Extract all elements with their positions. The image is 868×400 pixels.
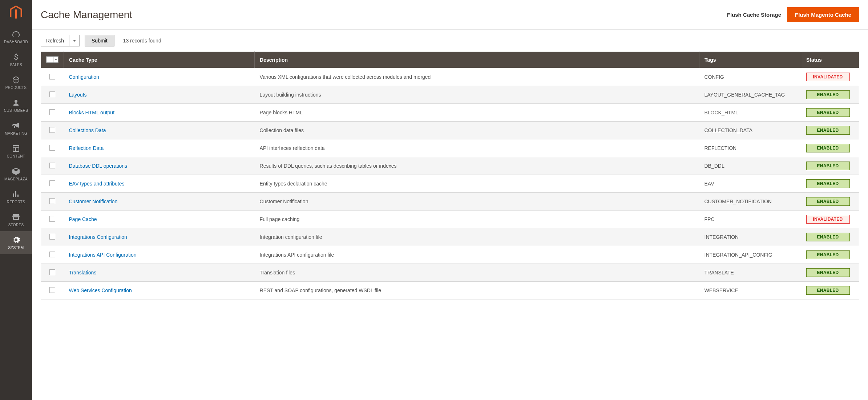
description-cell: Layout building instructions xyxy=(255,86,699,104)
row-checkbox[interactable] xyxy=(49,198,55,204)
table-row[interactable]: Database DDL operationsResults of DDL qu… xyxy=(41,157,859,175)
description-cell: Translation files xyxy=(255,264,699,282)
row-checkbox[interactable] xyxy=(49,145,55,151)
tags-cell: DB_DDL xyxy=(699,157,801,175)
status-badge: ENABLED xyxy=(806,197,850,206)
mass-action-label: Refresh xyxy=(41,35,69,46)
magento-logo[interactable] xyxy=(0,0,32,25)
cache-type-cell[interactable]: Blocks HTML output xyxy=(64,104,255,122)
cache-type-cell[interactable]: Database DDL operations xyxy=(64,157,255,175)
submit-button[interactable]: Submit xyxy=(85,35,114,46)
table-row[interactable]: Page CacheFull page cachingFPCINVALIDATE… xyxy=(41,211,859,228)
table-row[interactable]: EAV types and attributesEntity types dec… xyxy=(41,175,859,193)
table-row[interactable]: TranslationsTranslation filesTRANSLATEEN… xyxy=(41,264,859,282)
status-badge: ENABLED xyxy=(806,108,850,117)
col-header-status[interactable]: Status xyxy=(801,52,859,68)
cache-type-cell[interactable]: Integrations API Configuration xyxy=(64,246,255,264)
row-checkbox[interactable] xyxy=(49,252,55,257)
table-row[interactable]: Integrations API ConfigurationIntegratio… xyxy=(41,246,859,264)
status-cell: ENABLED xyxy=(801,104,859,122)
cube-icon xyxy=(12,75,20,84)
sidebar-item-mageplaza[interactable]: MAGEPLAZA xyxy=(0,163,32,185)
row-checkbox[interactable] xyxy=(49,180,55,186)
row-checkbox[interactable] xyxy=(49,74,55,79)
description-cell: Entity types declaration cache xyxy=(255,175,699,193)
cache-type-cell[interactable]: Layouts xyxy=(64,86,255,104)
row-checkbox[interactable] xyxy=(49,163,55,168)
status-cell: ENABLED xyxy=(801,86,859,104)
sidebar-item-label: MARKETING xyxy=(5,131,27,135)
status-cell: INVALIDATED xyxy=(801,68,859,86)
cache-type-cell[interactable]: Configuration xyxy=(64,68,255,86)
sidebar-item-products[interactable]: PRODUCTS xyxy=(0,71,32,94)
sidebar-item-sales[interactable]: SALES xyxy=(0,48,32,71)
cache-type-cell[interactable]: Translations xyxy=(64,264,255,282)
sidebar-item-customers[interactable]: CUSTOMERS xyxy=(0,94,32,117)
col-header-checkbox[interactable] xyxy=(41,52,64,68)
sidebar-item-label: CUSTOMERS xyxy=(4,109,28,113)
tags-cell: EAV xyxy=(699,175,801,193)
chevron-down-icon[interactable] xyxy=(53,57,58,62)
mass-action-select[interactable]: Refresh xyxy=(41,35,80,46)
flush-cache-storage-link[interactable]: Flush Cache Storage xyxy=(727,12,781,18)
sidebar-item-label: CONTENT xyxy=(7,154,25,158)
cache-type-cell[interactable]: Collections Data xyxy=(64,122,255,139)
sidebar-item-system[interactable]: SYSTEM xyxy=(0,231,32,254)
status-badge: ENABLED xyxy=(806,286,850,295)
layout-icon xyxy=(12,144,20,153)
table-row[interactable]: Integrations ConfigurationIntegration co… xyxy=(41,228,859,246)
chevron-down-icon[interactable] xyxy=(69,35,80,46)
sidebar-item-dashboard[interactable]: DASHBOARD xyxy=(0,25,32,48)
table-row[interactable]: Reflection DataAPI interfaces reflection… xyxy=(41,139,859,157)
status-badge: INVALIDATED xyxy=(806,215,850,224)
row-checkbox[interactable] xyxy=(49,234,55,240)
status-badge: ENABLED xyxy=(806,250,850,259)
row-checkbox[interactable] xyxy=(49,127,55,133)
select-all-checkbox[interactable] xyxy=(47,57,53,62)
table-row[interactable]: Collections DataCollection data filesCOL… xyxy=(41,122,859,139)
sidebar-item-stores[interactable]: STORES xyxy=(0,208,32,231)
sidebar-item-label: STORES xyxy=(8,223,24,227)
row-checkbox[interactable] xyxy=(49,91,55,97)
flush-magento-cache-button[interactable]: Flush Magento Cache xyxy=(787,7,859,22)
gear-icon xyxy=(12,236,20,244)
description-cell: Various XML configurations that were col… xyxy=(255,68,699,86)
table-row[interactable]: Web Services ConfigurationREST and SOAP … xyxy=(41,282,859,299)
sidebar-item-content[interactable]: CONTENT xyxy=(0,140,32,163)
sidebar: DASHBOARD SALES PRODUCTS CUSTOMERS MARKE… xyxy=(0,0,32,400)
cache-type-cell[interactable]: Reflection Data xyxy=(64,139,255,157)
row-checkbox[interactable] xyxy=(49,109,55,115)
cache-type-cell[interactable]: Web Services Configuration xyxy=(64,282,255,299)
gauge-icon xyxy=(12,30,20,38)
sidebar-item-label: DASHBOARD xyxy=(4,40,28,44)
table-row[interactable]: Customer NotificationCustomer Notificati… xyxy=(41,193,859,211)
row-checkbox[interactable] xyxy=(49,287,55,293)
row-checkbox[interactable] xyxy=(49,269,55,275)
table-row[interactable]: Blocks HTML outputPage blocks HTMLBLOCK_… xyxy=(41,104,859,122)
col-header-cache-type[interactable]: Cache Type xyxy=(64,52,255,68)
status-cell: ENABLED xyxy=(801,193,859,211)
tags-cell: REFLECTION xyxy=(699,139,801,157)
status-cell: ENABLED xyxy=(801,139,859,157)
description-cell: API interfaces reflection data xyxy=(255,139,699,157)
description-cell: Integrations API configuration file xyxy=(255,246,699,264)
table-row[interactable]: ConfigurationVarious XML configurations … xyxy=(41,68,859,86)
cache-type-cell[interactable]: Customer Notification xyxy=(64,193,255,211)
status-badge: ENABLED xyxy=(806,144,850,152)
col-header-description[interactable]: Description xyxy=(255,52,699,68)
cache-type-cell[interactable]: EAV types and attributes xyxy=(64,175,255,193)
col-header-tags[interactable]: Tags xyxy=(699,52,801,68)
cache-type-cell[interactable]: Page Cache xyxy=(64,211,255,228)
description-cell: Full page caching xyxy=(255,211,699,228)
table-row[interactable]: LayoutsLayout building instructionsLAYOU… xyxy=(41,86,859,104)
sidebar-item-reports[interactable]: REPORTS xyxy=(0,185,32,208)
row-checkbox[interactable] xyxy=(49,216,55,222)
description-cell: Integration configuration file xyxy=(255,228,699,246)
cache-table: Cache Type Description Tags Status Confi… xyxy=(32,52,868,308)
records-found: 13 records found xyxy=(123,38,161,44)
sidebar-item-marketing[interactable]: MARKETING xyxy=(0,117,32,140)
sidebar-item-label: SALES xyxy=(10,63,22,67)
cache-type-cell[interactable]: Integrations Configuration xyxy=(64,228,255,246)
package-icon xyxy=(12,167,20,176)
status-cell: ENABLED xyxy=(801,246,859,264)
